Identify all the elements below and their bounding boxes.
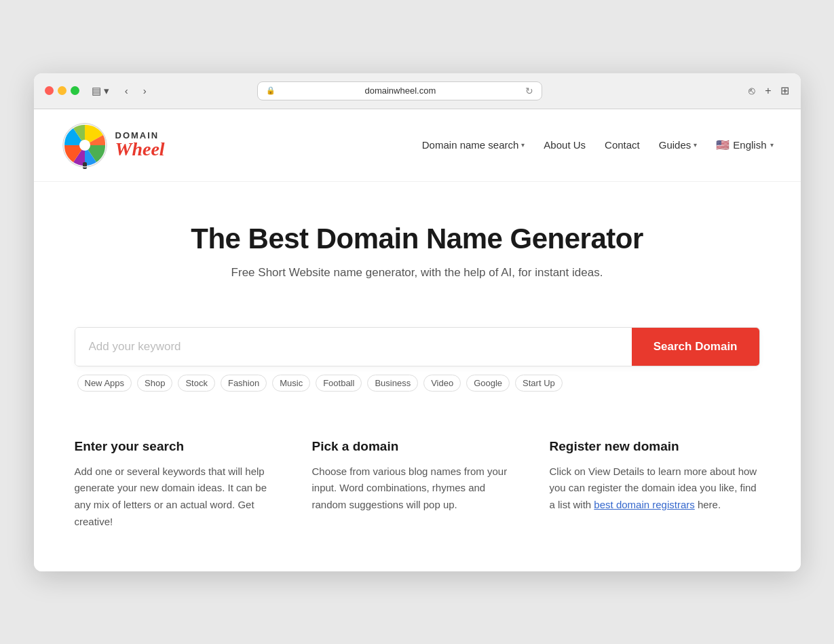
browser-actions: ⎋ + ⊞ — [748, 84, 789, 97]
steps-section: Enter your search Add one or several key… — [34, 405, 801, 544]
address-bar[interactable]: 🔒 domainwheel.com ↻ — [257, 81, 542, 100]
nav-domain-name-search[interactable]: Domain name search ▾ — [422, 139, 525, 151]
tag-new-apps[interactable]: New Apps — [77, 375, 132, 392]
new-tab-button[interactable]: + — [765, 85, 771, 97]
forward-button[interactable]: › — [140, 83, 150, 98]
tag-business[interactable]: Business — [367, 375, 418, 392]
step-register-domain-desc: Click on View Details to learn more abou… — [550, 463, 760, 514]
tag-video[interactable]: Video — [423, 375, 461, 392]
nav-guides[interactable]: Guides ▾ — [659, 139, 698, 151]
hero-subtitle: Free Short Website name generator, with … — [61, 266, 774, 280]
tag-google[interactable]: Google — [466, 375, 510, 392]
lock-icon: 🔒 — [266, 86, 276, 95]
nav-contact[interactable]: Contact — [605, 139, 640, 151]
tag-music[interactable]: Music — [272, 375, 310, 392]
grid-button[interactable]: ⊞ — [780, 84, 789, 97]
tag-football[interactable]: Football — [316, 375, 362, 392]
hero-section: The Best Domain Name Generator Free Shor… — [34, 182, 801, 307]
chevron-down-icon: ▾ — [770, 141, 774, 149]
step-register-domain-title: Register new domain — [550, 439, 760, 454]
page-content: DOMAIN Wheel Domain name search ▾ About … — [34, 109, 801, 571]
tag-fashion[interactable]: Fashion — [221, 375, 267, 392]
step-pick-domain-title: Pick a domain — [312, 439, 523, 454]
language-selector[interactable]: 🇺🇸 English ▾ — [716, 138, 773, 151]
browser-window: ▤ ▾ ‹ › 🔒 domainwheel.com ↻ ⎋ + ⊞ — [34, 73, 801, 571]
logo-icon — [61, 121, 109, 169]
browser-chrome: ▤ ▾ ‹ › 🔒 domainwheel.com ↻ ⎋ + ⊞ — [34, 73, 801, 109]
sidebar-toggle-button[interactable]: ▤ ▾ — [88, 83, 113, 98]
step-enter-search-title: Enter your search — [75, 439, 285, 454]
nav-about-us[interactable]: About Us — [544, 139, 586, 151]
tag-start-up[interactable]: Start Up — [515, 375, 563, 392]
logo-text: DOMAIN Wheel — [115, 131, 165, 159]
chevron-down-icon: ▾ — [521, 141, 525, 149]
step-enter-search: Enter your search Add one or several key… — [75, 439, 285, 531]
logo[interactable]: DOMAIN Wheel — [61, 121, 165, 169]
tag-shop[interactable]: Shop — [137, 375, 172, 392]
step-pick-domain-desc: Choose from various blog names from your… — [312, 463, 523, 514]
nav-links: Domain name search ▾ About Us Contact Gu… — [422, 138, 774, 151]
svg-rect-2 — [83, 162, 87, 169]
search-box: Search Domain — [75, 327, 760, 366]
hero-title: The Best Domain Name Generator — [61, 223, 774, 255]
close-button[interactable] — [45, 86, 54, 95]
step-register-domain: Register new domain Click on View Detail… — [550, 439, 760, 531]
search-domain-button[interactable]: Search Domain — [632, 328, 759, 366]
share-button[interactable]: ⎋ — [748, 85, 755, 97]
minimize-button[interactable] — [58, 86, 67, 95]
step-pick-domain: Pick a domain Choose from various blog n… — [312, 439, 523, 531]
url-text: domainwheel.com — [280, 86, 521, 96]
chevron-down-icon: ▾ — [694, 141, 697, 149]
step-register-desc-suffix: here. — [695, 499, 721, 510]
tag-list: New Apps Shop Stock Fashion Music Footba… — [75, 366, 760, 392]
step-enter-search-desc: Add one or several keywords that will he… — [75, 463, 285, 531]
logo-wheel-text: Wheel — [115, 140, 165, 159]
flag-icon: 🇺🇸 — [716, 138, 729, 151]
navigation: DOMAIN Wheel Domain name search ▾ About … — [34, 109, 801, 182]
traffic-lights — [45, 86, 79, 95]
back-button[interactable]: ‹ — [121, 83, 132, 98]
best-registrars-link[interactable]: best domain registrars — [594, 499, 694, 510]
search-section: Search Domain New Apps Shop Stock Fashio… — [34, 307, 801, 405]
svg-point-1 — [79, 140, 90, 151]
language-label: English — [733, 139, 766, 151]
reload-button[interactable]: ↻ — [525, 86, 533, 96]
search-input[interactable] — [75, 328, 632, 366]
tag-stock[interactable]: Stock — [178, 375, 215, 392]
maximize-button[interactable] — [71, 86, 79, 95]
